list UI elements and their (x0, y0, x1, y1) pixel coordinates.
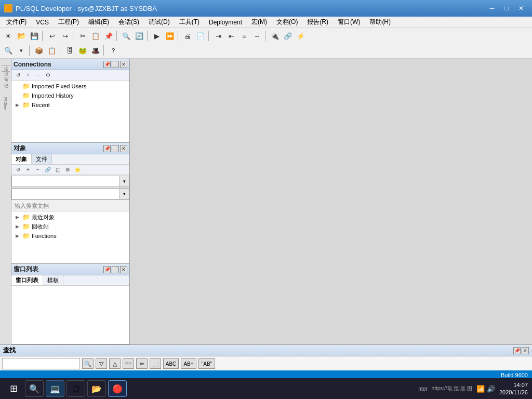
obj-tree-functions[interactable]: ▶ 📁 Functions (14, 231, 127, 241)
tb-format-btn[interactable]: ≡ (238, 30, 250, 42)
tb2-search-btn[interactable]: 🔍 (2, 45, 15, 56)
tb-redo-btn[interactable]: ↪ (59, 30, 71, 42)
obj-settings-btn[interactable]: ⚙ (63, 166, 72, 174)
menu-edit[interactable]: 编辑(E) (84, 17, 113, 28)
maximize-button[interactable]: □ (500, 3, 513, 14)
tb-run-btn[interactable]: ▶ (151, 30, 163, 42)
tb2-db-btn[interactable]: 🗄 (63, 45, 76, 56)
conn-tree-imported-fixed[interactable]: 📁 Imported Fixed Users (14, 82, 127, 91)
search-abc-btn[interactable]: ABC (163, 358, 179, 369)
taskbar-app-ps[interactable]: ⬡ (66, 380, 85, 397)
objects-pin-btn[interactable]: 📌 (103, 145, 111, 152)
tb-undo-btn[interactable]: ↩ (46, 30, 58, 42)
tb-replace-btn[interactable]: 🔄 (133, 30, 145, 42)
tb-conn-btn[interactable]: 🔌 (269, 30, 281, 42)
tb2-arrow-btn[interactable]: ▾ (15, 45, 28, 56)
tb2-obj-btn[interactable]: 📦 (33, 45, 45, 56)
obj-fav-btn[interactable]: ⭐ (73, 166, 82, 174)
connections-pin-btn[interactable]: 📌 (103, 61, 111, 68)
tb-conn2-btn[interactable]: 🔗 (282, 30, 294, 42)
tb-conn3-btn[interactable]: ⚡ (295, 30, 307, 42)
tab-files[interactable]: 文件 (32, 154, 52, 164)
menu-docs[interactable]: 文档(O) (272, 17, 302, 28)
tb-indent-btn[interactable]: ⇥ (212, 30, 224, 42)
menu-tools[interactable]: 工具(T) (175, 17, 204, 28)
menu-macro[interactable]: 宏(M) (247, 17, 271, 28)
tb-run2-btn[interactable]: ⏩ (164, 30, 176, 42)
wl-close-btn[interactable]: ✕ (120, 266, 127, 273)
search-ab-eq-btn[interactable]: AB≡ (181, 358, 196, 369)
menu-debug[interactable]: 调试(D) (144, 17, 174, 28)
connections-close-btn[interactable]: ✕ (120, 61, 127, 68)
search-box-btn[interactable]: ⬜ (150, 358, 161, 369)
taskbar-app-terminal[interactable]: 💻 (46, 380, 64, 397)
wl-dock-btn[interactable]: ⬜ (112, 266, 119, 273)
tb2-db3-btn[interactable]: 🎩 (89, 45, 102, 56)
tab-objects[interactable]: 对象 (11, 154, 32, 164)
menu-vcs[interactable]: VCS (32, 17, 53, 28)
menu-project[interactable]: 工程(P) (54, 17, 83, 28)
search-quote-btn[interactable]: "AB" (198, 358, 215, 369)
wl-tab-list[interactable]: 窗口列表 (11, 275, 43, 285)
search-replace-btn[interactable]: ✏ (136, 358, 148, 369)
tb2-help-btn[interactable]: ? (107, 45, 119, 56)
search-pin-btn[interactable]: 📌 (513, 347, 521, 354)
taskbar-search[interactable]: 🔍 (25, 380, 44, 397)
wl-pin-btn[interactable]: 📌 (103, 266, 111, 273)
tb-open-btn[interactable]: 📂 (15, 30, 28, 42)
obj-tree-recycle[interactable]: ▶ 📁 回收站 (14, 222, 127, 231)
tray-network-icon[interactable]: 📶 (476, 385, 485, 393)
obj-refresh-btn[interactable]: ↺ (14, 166, 23, 174)
tb-outdent-btn[interactable]: ⇤ (225, 30, 237, 42)
conn-tree-imported-history[interactable]: 📁 Imported History (14, 91, 127, 100)
objects-filter-type-input[interactable]: All objects (11, 188, 120, 200)
menu-window[interactable]: 窗口(W) (334, 17, 364, 28)
search-input[interactable] (2, 358, 80, 369)
search-up-btn[interactable]: △ (109, 358, 121, 369)
menu-help[interactable]: 帮助(H) (365, 17, 395, 28)
obj-remove-btn[interactable]: − (33, 166, 43, 174)
taskbar-clock[interactable]: 14:07 2020/11/26 (499, 381, 528, 396)
menu-report[interactable]: 报告(R) (303, 17, 332, 28)
taskbar-app-plsql[interactable]: 🔴 (108, 380, 127, 397)
conn-settings-btn[interactable]: ⚙ (43, 71, 52, 79)
connections-dock-btn[interactable]: ⬜ (112, 61, 119, 68)
minimize-button[interactable]: ─ (485, 3, 499, 14)
start-button[interactable]: ⊞ (4, 380, 23, 397)
search-down-btn[interactable]: ▽ (96, 358, 107, 369)
obj-add-btn[interactable]: + (23, 166, 33, 174)
tb-save-btn[interactable]: 💾 (28, 30, 41, 42)
tb-comment-btn[interactable]: -- (251, 30, 263, 42)
wl-tab-template[interactable]: 模板 (43, 275, 63, 285)
close-button[interactable]: ✕ (514, 3, 528, 14)
conn-add-btn[interactable]: + (23, 71, 33, 79)
menu-file[interactable]: 文件(F) (2, 17, 31, 28)
menu-deployment[interactable]: Deployment (205, 17, 246, 28)
conn-tree-recent[interactable]: ▶ 📁 Recent (14, 100, 127, 110)
taskbar-app-explorer[interactable]: 📂 (87, 380, 106, 397)
menu-session[interactable]: 会话(S) (114, 17, 143, 28)
search-close-btn[interactable]: ✕ (522, 347, 529, 354)
tb-print-btn[interactable]: 🖨 (181, 30, 194, 42)
obj-col-btn[interactable]: ◫ (53, 166, 62, 174)
objects-dock-btn[interactable]: ⬜ (112, 145, 119, 152)
objects-filter-user-input[interactable]: <当前用户> (11, 176, 120, 187)
obj-tree-recent[interactable]: ▶ 📁 最近对象 (14, 212, 127, 222)
tb2-obj2-btn[interactable]: 📋 (46, 45, 58, 56)
tb-cut-btn[interactable]: ✂ (76, 30, 89, 42)
objects-close-btn[interactable]: ✕ (120, 145, 127, 152)
conn-remove-btn[interactable]: − (33, 71, 43, 79)
obj-link-btn[interactable]: 🔗 (43, 166, 52, 174)
conn-refresh-btn[interactable]: ↺ (14, 71, 23, 79)
tb2-db2-btn[interactable]: 🐸 (76, 45, 89, 56)
tb-copy-btn[interactable]: 📋 (89, 30, 102, 42)
objects-filter-type-arrow[interactable]: ▾ (120, 188, 129, 200)
search-all-btn[interactable]: ≡≡ (123, 358, 134, 369)
tb-paste-btn[interactable]: 📌 (102, 30, 115, 42)
search-find-btn[interactable]: 🔍 (82, 358, 94, 369)
objects-filter-user-arrow[interactable]: ▾ (120, 176, 129, 187)
tray-volume-icon[interactable]: 🔊 (487, 385, 495, 393)
objects-search-input[interactable] (11, 200, 129, 211)
tb-find-btn[interactable]: 🔍 (120, 30, 132, 42)
tb-print2-btn[interactable]: 📄 (194, 30, 207, 42)
